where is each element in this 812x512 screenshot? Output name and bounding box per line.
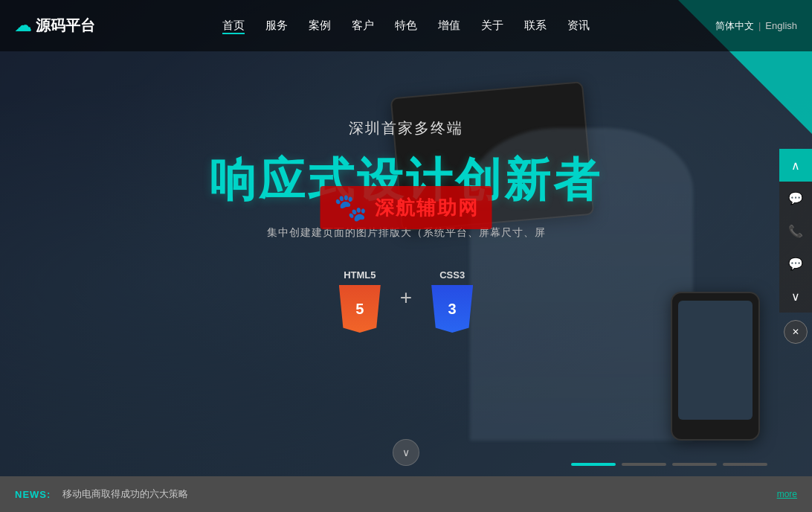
nav-link-cases[interactable]: 案例 [309,19,331,31]
html5-badge: HTML5 5 [339,269,381,333]
nav-link-clients[interactable]: 客户 [352,19,374,31]
nav-link-service[interactable]: 服务 [265,19,288,31]
paw-icon: 🐾 [334,192,367,223]
nav-link-news[interactable]: 资讯 [567,19,590,31]
slide-indicator-1 [622,463,666,466]
wechat-button[interactable]: 💬 [779,247,812,280]
arrow-down-icon: ∨ [402,447,410,458]
scroll-up-button[interactable]: ∧ [779,149,812,182]
up-arrow-icon: ∧ [791,159,800,173]
nav-item-features[interactable]: 特色 [395,19,417,33]
scroll-down-sidebar-button[interactable]: ∨ [779,280,812,313]
news-text: 移动电商取得成功的六大策略 [62,487,764,501]
nav-link-home[interactable]: 首页 [222,19,245,34]
nav-link-contact[interactable]: 联系 [524,19,547,31]
html5-shield: 5 [339,285,381,333]
nav-item-value[interactable]: 增值 [438,19,460,33]
watermark-text: 深航辅助网 [375,195,479,221]
nav-item-clients[interactable]: 客户 [352,19,374,33]
nav-item-news[interactable]: 资讯 [567,19,590,33]
close-sidebar-button[interactable]: ✕ [784,320,808,344]
news-label: NEWS: [15,489,51,500]
close-icon: ✕ [792,327,799,337]
css3-shield: 3 [431,285,473,333]
slide-indicator-3 [723,463,767,466]
logo-text: 源码平台 [36,16,95,36]
phone-icon: 📞 [788,224,803,238]
news-more-link[interactable]: more [777,489,797,499]
logo-icon: ☁ [15,16,31,36]
nav-item-contact[interactable]: 联系 [524,19,547,33]
lang-en-link[interactable]: English [765,20,797,31]
tech-badges: HTML5 5 + CSS3 3 [339,269,473,333]
close-button-wrap: ✕ [779,313,812,351]
hero-section: 深圳首家多终端 响应式设计创新者 集中创建建页面的图片排版大（系统平台、屏幕尺寸… [0,0,812,476]
chat-icon: 💬 [788,191,803,205]
css3-label: CSS3 [439,269,465,281]
down-arrow-icon: ∨ [791,289,800,304]
nav-link-about[interactable]: 关于 [481,19,503,31]
sidebar-right: ∧ 💬 📞 💬 ∨ ✕ [779,149,812,351]
navbar: ☁ 源码平台 首页 服务 案例 客户 特色 增值 关于 联系 资讯 简体中文 |… [0,0,812,51]
nav-link-value[interactable]: 增值 [438,19,460,31]
phone-button[interactable]: 📞 [779,214,812,247]
news-bar: NEWS: 移动电商取得成功的六大策略 more [0,476,812,512]
nav-link-features[interactable]: 特色 [395,19,417,31]
slide-indicator [571,463,767,466]
slide-indicator-2 [672,463,717,466]
css3-badge: CSS3 3 [431,269,473,333]
nav-item-service[interactable]: 服务 [265,19,288,33]
slide-indicator-active [571,463,616,466]
chat-button[interactable]: 💬 [779,182,812,214]
logo[interactable]: ☁ 源码平台 [15,16,134,36]
nav-item-about[interactable]: 关于 [481,19,503,33]
html5-label: HTML5 [344,269,376,281]
language-switcher: 简体中文 | English [678,19,797,33]
lang-cn-link[interactable]: 简体中文 [715,19,754,33]
wechat-icon: 💬 [788,257,803,271]
plus-icon: + [400,286,412,317]
lang-separator: | [758,20,761,31]
watermark-overlay: 🐾 深航辅助网 [320,186,492,229]
nav-links: 首页 服务 案例 客户 特色 增值 关于 联系 资讯 [134,19,678,33]
nav-item-cases[interactable]: 案例 [309,19,331,33]
hero-subtitle: 深圳首家多终端 [349,118,463,138]
scroll-down-button[interactable]: ∨ [393,439,419,466]
nav-item-home[interactable]: 首页 [222,19,245,33]
